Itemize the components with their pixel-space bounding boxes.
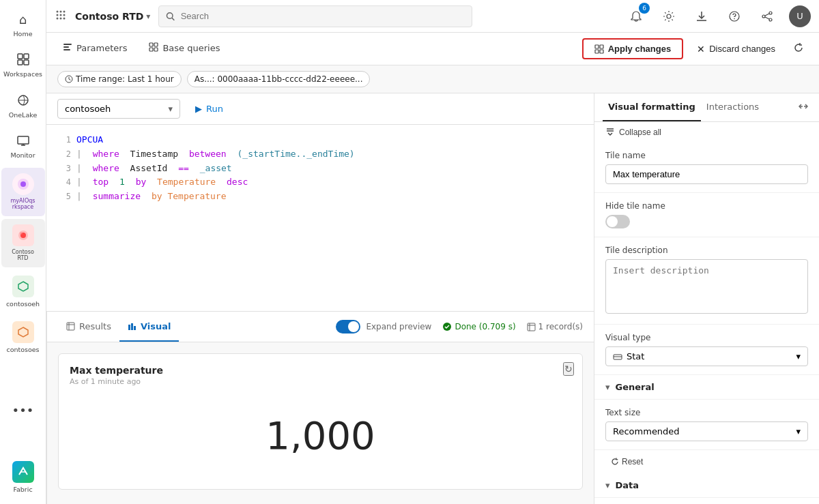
tile-description-input[interactable]: [605, 259, 808, 314]
sidebar-item-label: contosoeh: [6, 300, 40, 308]
toggle-on[interactable]: [336, 320, 360, 333]
svg-rect-37: [63, 49, 70, 50]
svg-point-18: [60, 14, 62, 16]
refresh-button[interactable]: [789, 38, 808, 60]
apply-changes-button[interactable]: Apply changes: [582, 38, 683, 59]
expand-preview-toggle[interactable]: Expand preview: [336, 320, 431, 333]
tile-value: 1,000: [70, 386, 571, 471]
svg-rect-40: [149, 48, 153, 51]
collapse-all-button[interactable]: Collapse all: [594, 122, 672, 143]
toolbar-strip: Parameters Base queries: [46, 33, 819, 65]
sidebar-item-contosoeh[interactable]: contosoeh: [1, 270, 45, 313]
svg-point-23: [167, 12, 173, 18]
visual-icon: [128, 322, 136, 331]
svg-point-32: [769, 18, 772, 21]
editor-panel: contosoeh ▾ ▶ Run 1 OPCUA 2: [46, 93, 594, 312]
sidebar-item-workspaces[interactable]: Workspaces: [1, 46, 45, 83]
tile-card: Max temperature As of 1 minute ago ↻ 1,0…: [58, 353, 583, 490]
help-btn[interactable]: [723, 5, 745, 27]
visual-type-value: Stat: [627, 351, 644, 361]
search-bar[interactable]: [158, 5, 472, 27]
fabric-label: Fabric: [13, 486, 32, 493]
tile-name-input[interactable]: [605, 164, 808, 184]
reset-button[interactable]: Reset: [600, 453, 654, 471]
visual-type-select[interactable]: Stat ▾: [605, 346, 808, 366]
svg-rect-56: [528, 323, 535, 331]
workspaces-icon: [15, 51, 31, 68]
gear-icon: [663, 10, 675, 23]
svg-rect-1: [24, 54, 29, 59]
download-btn[interactable]: [691, 5, 713, 27]
results-panel: Results Visual Expand preview: [46, 312, 594, 504]
discard-x-icon: ✕: [697, 44, 705, 55]
sidebar-item-home[interactable]: ⌂ Home: [1, 5, 45, 43]
sidebar-item-myai[interactable]: myAIOqsrkspace: [1, 168, 45, 216]
sidebar-item-contoso-rtd[interactable]: ContosoRTD: [1, 219, 45, 267]
table-icon: [527, 323, 536, 331]
avatar[interactable]: U: [789, 5, 811, 27]
tile-refresh-button[interactable]: ↻: [563, 362, 574, 376]
time-range-filter[interactable]: Time range: Last 1 hour: [57, 71, 182, 87]
topbar-right: 6: [625, 5, 811, 27]
sidebar-item-onelake[interactable]: OneLake: [1, 87, 45, 124]
data-section-header[interactable]: ▾ Data: [594, 473, 819, 498]
general-section-header[interactable]: ▾ General: [594, 375, 819, 400]
svg-rect-54: [134, 326, 136, 330]
svg-point-31: [762, 15, 765, 18]
main-content: Parameters Base queries: [46, 33, 819, 504]
results-tab-label: Results: [79, 321, 111, 331]
settings-btn[interactable]: [658, 5, 680, 27]
svg-rect-35: [63, 44, 72, 45]
help-icon: [728, 10, 741, 23]
hide-tile-name-toggle[interactable]: [605, 215, 630, 228]
reset-label: Reset: [622, 457, 643, 466]
record-badge: 1 record(s): [527, 322, 583, 331]
base-queries-tab[interactable]: Base queries: [143, 33, 225, 65]
results-tab[interactable]: Results: [58, 312, 119, 342]
svg-point-17: [57, 14, 59, 16]
sidebar-item-label: OneLake: [9, 111, 37, 119]
sidebar-more-btn[interactable]: •••: [1, 396, 45, 424]
svg-line-33: [765, 14, 769, 16]
results-icon: [66, 322, 75, 331]
fabric-icon: [12, 461, 34, 483]
workspace-select[interactable]: contosoeh ▾: [57, 99, 180, 119]
contoso-rtd-icon: [12, 224, 34, 246]
parameters-tab[interactable]: Parameters: [57, 33, 132, 65]
text-size-label: Text size: [605, 408, 808, 417]
stat-icon: [613, 352, 622, 361]
sidebar-item-monitor[interactable]: Monitor: [1, 127, 45, 164]
grid-icon[interactable]: [55, 9, 67, 24]
sidebar-item-label: contosoes: [6, 346, 39, 353]
left-panel: contosoeh ▾ ▶ Run 1 OPCUA 2: [46, 93, 594, 504]
format-panel: Visual formatting Interactions: [594, 93, 819, 504]
sidebar: ⌂ Home Workspaces OneLake: [0, 0, 46, 504]
visual-tab-label: Visual: [141, 321, 171, 331]
checkmark-icon: [442, 322, 452, 331]
code-editor[interactable]: 1 OPCUA 2 | where Timestamp between (_st…: [46, 125, 594, 311]
notification-btn[interactable]: 6: [625, 5, 647, 27]
visual-type-label: Visual type: [605, 333, 808, 342]
svg-point-22: [63, 17, 66, 19]
visual-tab[interactable]: Visual: [119, 312, 179, 342]
interactions-tab[interactable]: Interactions: [701, 93, 764, 121]
expand-panel-btn[interactable]: [796, 93, 811, 121]
search-input[interactable]: [181, 11, 465, 21]
share-btn[interactable]: [756, 5, 778, 27]
filter-row: Time range: Last 1 hour As...: 0000aaaa-…: [46, 65, 819, 93]
svg-point-25: [667, 14, 671, 18]
sidebar-item-label: Workspaces: [3, 70, 42, 78]
run-button[interactable]: ▶ Run: [186, 100, 233, 118]
chevron-down-icon: ▾: [168, 104, 173, 114]
app-name[interactable]: Contoso RTD ▾: [75, 11, 150, 22]
collapse-icon: [605, 128, 615, 137]
visual-formatting-tab[interactable]: Visual formatting: [603, 93, 701, 121]
sidebar-item-contosoes[interactable]: contosoes: [1, 316, 45, 359]
home-icon: ⌂: [15, 11, 31, 27]
text-size-select[interactable]: Recommended ▾: [605, 421, 808, 441]
discard-changes-button[interactable]: ✕ Discard changes: [689, 40, 784, 59]
fabric-btn[interactable]: Fabric: [12, 461, 34, 493]
svg-rect-42: [595, 45, 599, 48]
asset-filter[interactable]: As...: 0000aaaa-11bb-cccc-dd22-eeeee...: [187, 71, 371, 87]
text-size-chevron: ▾: [796, 426, 801, 436]
